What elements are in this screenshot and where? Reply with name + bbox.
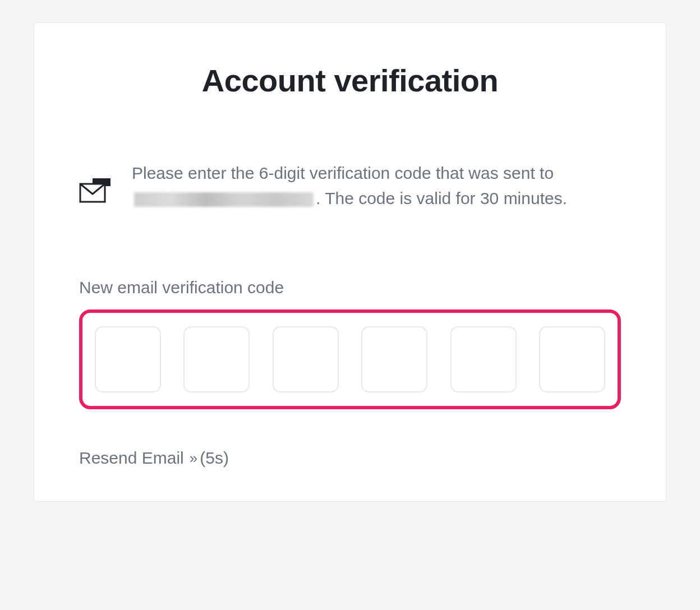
mail-icon [79, 177, 112, 206]
resend-label: Resend Email [79, 449, 184, 468]
code-digit-5[interactable] [450, 326, 517, 392]
verification-card: Account verification Please enter the 6-… [34, 22, 666, 502]
code-digit-2[interactable] [183, 326, 250, 392]
instruction-text: Please enter the 6-digit verification co… [132, 160, 621, 211]
resend-email-link[interactable]: Resend Email » (5s) [79, 449, 229, 468]
instruction-row: Please enter the 6-digit verification co… [79, 160, 621, 211]
code-input-group [95, 326, 605, 392]
code-digit-4[interactable] [361, 326, 427, 392]
page-title: Account verification [79, 62, 621, 99]
code-digit-3[interactable] [273, 326, 339, 392]
code-field-label: New email verification code [79, 278, 621, 297]
resend-cooldown: (5s) [200, 449, 229, 468]
code-input-highlight [79, 309, 621, 409]
instruction-part-a: Please enter the 6-digit verification co… [132, 164, 554, 182]
chevron-right-double-icon: » [190, 450, 194, 467]
redacted-email [134, 192, 314, 207]
code-digit-1[interactable] [95, 326, 161, 392]
instruction-part-b: . The code is valid for 30 minutes. [316, 189, 567, 207]
code-digit-6[interactable] [539, 326, 605, 392]
